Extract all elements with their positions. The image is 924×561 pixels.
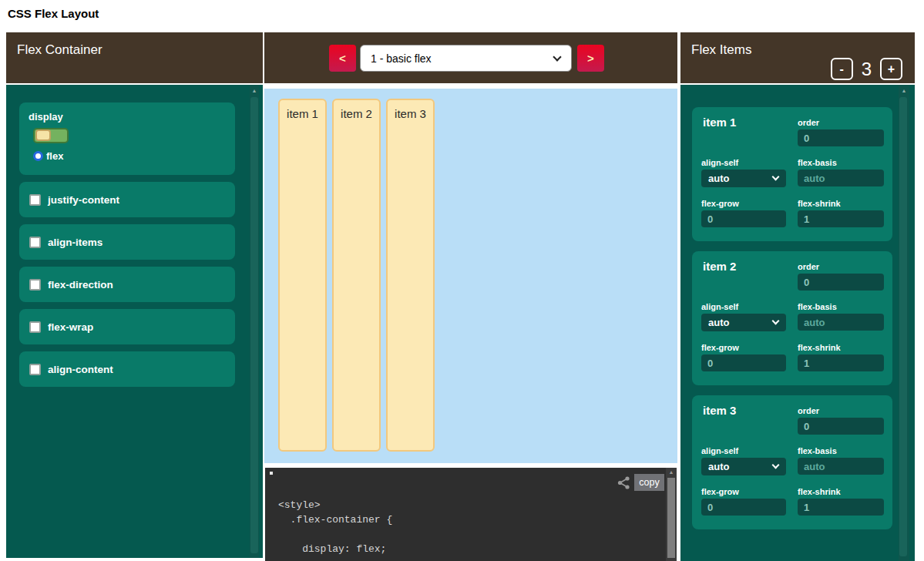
right-panel-scrollbar[interactable]: ▲	[899, 85, 909, 561]
align-self-select[interactable]: auto	[701, 458, 786, 475]
display-card: display flex	[19, 102, 235, 175]
checkbox-flex-direction[interactable]	[29, 279, 41, 291]
order-label: order	[798, 262, 819, 271]
preview-item-1: item 1	[278, 99, 327, 452]
property-card-align-items: align-items	[19, 224, 235, 260]
flex-shrink-label: flex-shrink	[798, 199, 841, 208]
flex-grow-input[interactable]	[701, 499, 786, 516]
flex-shrink-label: flex-shrink	[798, 343, 841, 352]
scrollbar-thumb[interactable]	[899, 97, 907, 556]
item-card-title: item 1	[703, 116, 736, 129]
flex-grow-label: flex-grow	[701, 199, 739, 208]
property-label: align-content	[48, 364, 113, 375]
scroll-up-icon[interactable]: ▲	[899, 87, 909, 95]
flex-container-header: Flex Container	[6, 32, 263, 83]
align-self-label: align-self	[701, 158, 738, 167]
remove-item-button[interactable]: -	[831, 58, 853, 80]
example-select-value: 1 - basic flex	[371, 52, 432, 65]
order-input[interactable]	[798, 274, 884, 291]
scroll-up-icon[interactable]: ▲	[250, 87, 259, 95]
checkbox-align-content[interactable]	[29, 364, 41, 375]
item-count-control: - 3 +	[831, 58, 902, 80]
flex-radio-row: flex	[33, 150, 235, 162]
align-self-value: auto	[708, 461, 729, 472]
flex-radio[interactable]	[33, 151, 43, 161]
property-label: flex-direction	[48, 279, 113, 291]
flex-grow-label: flex-grow	[701, 343, 739, 352]
page-title: CSS Flex Layout	[8, 7, 99, 20]
flex-grow-input[interactable]	[701, 354, 786, 371]
chevron-down-icon	[772, 317, 780, 325]
code-line: display: flex;	[278, 542, 392, 556]
flex-shrink-input[interactable]	[798, 354, 884, 371]
flex-preview-container: item 1 item 2 item 3	[264, 89, 677, 463]
flex-basis-input[interactable]	[798, 458, 884, 475]
item-card-title: item 2	[703, 260, 736, 273]
item-card-2: item 2 order align-self auto flex-basis …	[692, 251, 892, 385]
flex-basis-label: flex-basis	[798, 158, 837, 167]
preview-item-3: item 3	[386, 99, 435, 452]
example-toolbar: < 1 - basic flex >	[264, 32, 677, 83]
property-label: justify-content	[48, 194, 119, 206]
flex-basis-input[interactable]	[798, 170, 884, 186]
code-scrollbar[interactable]: ▲	[666, 468, 677, 561]
code-line	[278, 527, 392, 542]
property-card-align-content: align-content	[19, 351, 235, 387]
code-line: <style>	[278, 498, 392, 512]
flex-items-header: Flex Items - 3 +	[680, 32, 915, 83]
toggle-knob-icon	[35, 129, 51, 141]
align-self-label: align-self	[701, 302, 738, 311]
chevron-down-icon	[772, 462, 780, 469]
flex-items-panel: Flex Items - 3 + item 1 order align-self…	[680, 32, 915, 561]
item-card-1: item 1 order align-self auto flex-basis …	[692, 107, 892, 241]
align-self-value: auto	[708, 317, 729, 328]
scrollbar-thumb[interactable]	[250, 97, 258, 553]
order-input[interactable]	[798, 418, 884, 435]
left-panel-scrollbar[interactable]: ▲	[250, 85, 259, 558]
flex-shrink-input[interactable]	[798, 210, 884, 227]
next-example-button[interactable]: >	[577, 45, 604, 72]
chevron-down-icon	[772, 173, 780, 181]
checkbox-align-items[interactable]	[29, 237, 41, 248]
flex-shrink-input[interactable]	[798, 499, 884, 516]
flex-items-body: item 1 order align-self auto flex-basis …	[680, 85, 915, 561]
preview-item-2: item 2	[332, 99, 381, 452]
property-card-flex-direction: flex-direction	[19, 267, 235, 302]
copy-button[interactable]: copy	[634, 474, 664, 491]
code-line: .flex-container {	[278, 512, 392, 527]
checkbox-justify-content[interactable]	[29, 194, 41, 206]
code-caret	[270, 472, 273, 475]
code-panel: copy ▲ <style> .flex-container { display…	[265, 468, 677, 561]
checkbox-flex-wrap[interactable]	[29, 321, 41, 333]
example-select[interactable]: 1 - basic flex	[360, 45, 572, 72]
flex-basis-input[interactable]	[798, 314, 884, 331]
flex-container-title: Flex Container	[17, 42, 102, 58]
flex-container-panel: Flex Container display flex justify-cont…	[6, 32, 263, 558]
display-toggle[interactable]	[33, 128, 69, 143]
flex-radio-label: flex	[46, 150, 63, 162]
align-self-select[interactable]: auto	[701, 314, 786, 331]
prev-example-button[interactable]: <	[329, 45, 356, 72]
add-item-button[interactable]: +	[880, 58, 902, 80]
flex-grow-input[interactable]	[701, 210, 786, 227]
order-input[interactable]	[798, 129, 884, 146]
page: CSS Flex Layout Flex Container display f…	[0, 0, 924, 561]
flex-basis-label: flex-basis	[798, 446, 837, 455]
share-icon[interactable]	[617, 475, 631, 490]
flex-grow-label: flex-grow	[701, 487, 739, 496]
scroll-up-icon[interactable]: ▲	[666, 469, 677, 475]
item-count: 3	[862, 59, 872, 80]
align-self-value: auto	[708, 173, 729, 184]
item-card-title: item 3	[703, 404, 736, 417]
item-card-3: item 3 order align-self auto flex-basis …	[692, 395, 892, 529]
property-card-flex-wrap: flex-wrap	[19, 309, 235, 344]
order-label: order	[798, 118, 819, 127]
flex-container-body: display flex justify-content align-items	[6, 85, 263, 558]
align-self-label: align-self	[701, 446, 738, 455]
display-label: display	[29, 111, 235, 123]
scrollbar-thumb[interactable]	[667, 478, 675, 558]
order-label: order	[798, 406, 819, 415]
property-label: flex-wrap	[48, 321, 93, 333]
code-text: <style> .flex-container { display: flex;	[278, 498, 392, 556]
align-self-select[interactable]: auto	[701, 170, 786, 187]
